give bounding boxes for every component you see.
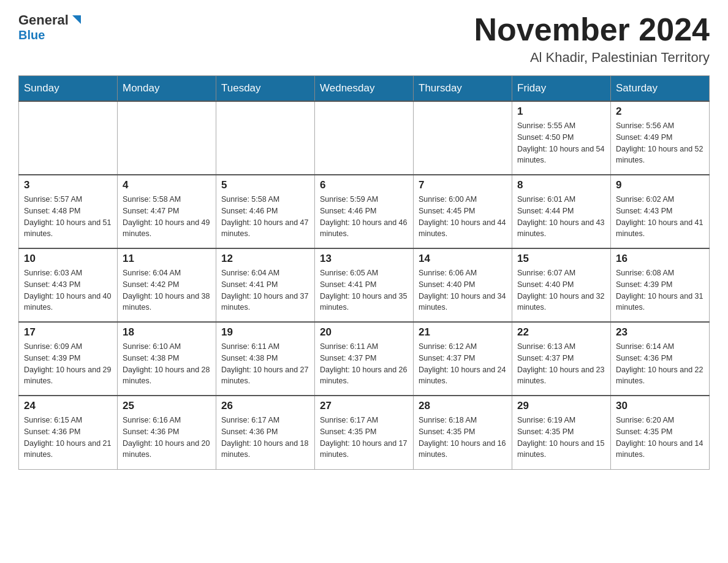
day-number: 16 xyxy=(616,253,704,265)
table-cell: 9Sunrise: 6:02 AM Sunset: 4:43 PM Daylig… xyxy=(611,175,710,248)
table-cell: 24Sunrise: 6:15 AM Sunset: 4:36 PM Dayli… xyxy=(19,396,118,469)
day-info: Sunrise: 5:55 AM Sunset: 4:50 PM Dayligh… xyxy=(517,120,605,166)
day-number: 22 xyxy=(517,326,605,339)
table-cell: 17Sunrise: 6:09 AM Sunset: 4:39 PM Dayli… xyxy=(19,322,118,396)
day-info: Sunrise: 6:09 AM Sunset: 4:39 PM Dayligh… xyxy=(24,341,112,387)
day-number: 5 xyxy=(221,179,309,191)
logo-blue-text: Blue xyxy=(18,28,45,42)
day-info: Sunrise: 6:16 AM Sunset: 4:36 PM Dayligh… xyxy=(123,415,211,461)
day-number: 20 xyxy=(320,326,408,339)
title-block: November 2024 Al Khadir, Palestinian Ter… xyxy=(474,12,710,66)
week-row-4: 17Sunrise: 6:09 AM Sunset: 4:39 PM Dayli… xyxy=(19,322,710,396)
day-info: Sunrise: 5:58 AM Sunset: 4:47 PM Dayligh… xyxy=(123,194,211,240)
day-number: 12 xyxy=(221,253,309,265)
day-number: 19 xyxy=(221,326,309,339)
day-info: Sunrise: 6:00 AM Sunset: 4:45 PM Dayligh… xyxy=(419,194,507,240)
table-cell: 13Sunrise: 6:05 AM Sunset: 4:41 PM Dayli… xyxy=(315,248,414,322)
day-info: Sunrise: 6:12 AM Sunset: 4:37 PM Dayligh… xyxy=(419,341,507,387)
day-info: Sunrise: 6:03 AM Sunset: 4:43 PM Dayligh… xyxy=(24,267,112,313)
day-number: 8 xyxy=(517,179,605,191)
day-info: Sunrise: 6:05 AM Sunset: 4:41 PM Dayligh… xyxy=(320,267,408,313)
day-number: 18 xyxy=(123,326,211,339)
day-number: 24 xyxy=(24,400,112,412)
day-number: 23 xyxy=(616,326,704,339)
day-number: 15 xyxy=(517,253,605,265)
table-cell: 27Sunrise: 6:17 AM Sunset: 4:35 PM Dayli… xyxy=(315,396,414,469)
calendar-header-row: Sunday Monday Tuesday Wednesday Thursday… xyxy=(19,76,710,102)
table-cell: 18Sunrise: 6:10 AM Sunset: 4:38 PM Dayli… xyxy=(118,322,216,396)
table-cell: 12Sunrise: 6:04 AM Sunset: 4:41 PM Dayli… xyxy=(216,248,315,322)
day-number: 1 xyxy=(517,105,605,118)
table-cell: 16Sunrise: 6:08 AM Sunset: 4:39 PM Dayli… xyxy=(611,248,710,322)
table-cell: 11Sunrise: 6:04 AM Sunset: 4:42 PM Dayli… xyxy=(118,248,216,322)
day-number: 25 xyxy=(123,400,211,412)
table-cell: 7Sunrise: 6:00 AM Sunset: 4:45 PM Daylig… xyxy=(414,175,512,248)
day-number: 2 xyxy=(616,105,704,118)
day-info: Sunrise: 5:56 AM Sunset: 4:49 PM Dayligh… xyxy=(616,120,704,166)
table-cell: 4Sunrise: 5:58 AM Sunset: 4:47 PM Daylig… xyxy=(118,175,216,248)
page-header: General Blue November 2024 Al Khadir, Pa… xyxy=(18,12,710,66)
table-cell: 26Sunrise: 6:17 AM Sunset: 4:36 PM Dayli… xyxy=(216,396,315,469)
day-number: 14 xyxy=(419,253,507,265)
table-cell: 28Sunrise: 6:18 AM Sunset: 4:35 PM Dayli… xyxy=(414,396,512,469)
day-number: 28 xyxy=(419,400,507,412)
week-row-3: 10Sunrise: 6:03 AM Sunset: 4:43 PM Dayli… xyxy=(19,248,710,322)
table-cell: 2Sunrise: 5:56 AM Sunset: 4:49 PM Daylig… xyxy=(611,101,710,175)
col-tuesday: Tuesday xyxy=(216,76,315,102)
day-info: Sunrise: 6:02 AM Sunset: 4:43 PM Dayligh… xyxy=(616,194,704,240)
day-number: 17 xyxy=(24,326,112,339)
day-number: 29 xyxy=(517,400,605,412)
col-sunday: Sunday xyxy=(19,76,118,102)
day-number: 21 xyxy=(419,326,507,339)
day-number: 4 xyxy=(123,179,211,191)
calendar-title: November 2024 xyxy=(474,12,710,47)
day-info: Sunrise: 6:04 AM Sunset: 4:42 PM Dayligh… xyxy=(123,267,211,313)
day-info: Sunrise: 6:10 AM Sunset: 4:38 PM Dayligh… xyxy=(123,341,211,387)
calendar-table: Sunday Monday Tuesday Wednesday Thursday… xyxy=(18,75,710,470)
day-info: Sunrise: 6:07 AM Sunset: 4:40 PM Dayligh… xyxy=(517,267,605,313)
table-cell: 30Sunrise: 6:20 AM Sunset: 4:35 PM Dayli… xyxy=(611,396,710,469)
day-info: Sunrise: 6:14 AM Sunset: 4:36 PM Dayligh… xyxy=(616,341,704,387)
table-cell: 8Sunrise: 6:01 AM Sunset: 4:44 PM Daylig… xyxy=(512,175,611,248)
table-cell: 23Sunrise: 6:14 AM Sunset: 4:36 PM Dayli… xyxy=(611,322,710,396)
day-number: 9 xyxy=(616,179,704,191)
table-cell xyxy=(19,101,118,175)
table-cell: 5Sunrise: 5:58 AM Sunset: 4:46 PM Daylig… xyxy=(216,175,315,248)
day-info: Sunrise: 6:18 AM Sunset: 4:35 PM Dayligh… xyxy=(419,415,507,461)
svg-marker-0 xyxy=(72,15,81,24)
table-cell: 10Sunrise: 6:03 AM Sunset: 4:43 PM Dayli… xyxy=(19,248,118,322)
week-row-2: 3Sunrise: 5:57 AM Sunset: 4:48 PM Daylig… xyxy=(19,175,710,248)
week-row-1: 1Sunrise: 5:55 AM Sunset: 4:50 PM Daylig… xyxy=(19,101,710,175)
calendar-subtitle: Al Khadir, Palestinian Territory xyxy=(474,50,710,66)
day-info: Sunrise: 5:57 AM Sunset: 4:48 PM Dayligh… xyxy=(24,194,112,240)
week-row-5: 24Sunrise: 6:15 AM Sunset: 4:36 PM Dayli… xyxy=(19,396,710,469)
table-cell: 21Sunrise: 6:12 AM Sunset: 4:37 PM Dayli… xyxy=(414,322,512,396)
day-info: Sunrise: 5:58 AM Sunset: 4:46 PM Dayligh… xyxy=(221,194,309,240)
day-info: Sunrise: 6:17 AM Sunset: 4:36 PM Dayligh… xyxy=(221,415,309,461)
table-cell: 20Sunrise: 6:11 AM Sunset: 4:37 PM Dayli… xyxy=(315,322,414,396)
day-number: 11 xyxy=(123,253,211,265)
day-info: Sunrise: 6:01 AM Sunset: 4:44 PM Dayligh… xyxy=(517,194,605,240)
day-number: 10 xyxy=(24,253,112,265)
table-cell xyxy=(118,101,216,175)
logo: General Blue xyxy=(18,12,83,42)
day-info: Sunrise: 6:17 AM Sunset: 4:35 PM Dayligh… xyxy=(320,415,408,461)
day-number: 6 xyxy=(320,179,408,191)
day-info: Sunrise: 6:11 AM Sunset: 4:37 PM Dayligh… xyxy=(320,341,408,387)
table-cell: 14Sunrise: 6:06 AM Sunset: 4:40 PM Dayli… xyxy=(414,248,512,322)
table-cell: 6Sunrise: 5:59 AM Sunset: 4:46 PM Daylig… xyxy=(315,175,414,248)
day-number: 7 xyxy=(419,179,507,191)
col-thursday: Thursday xyxy=(414,76,512,102)
day-number: 30 xyxy=(616,400,704,412)
day-number: 3 xyxy=(24,179,112,191)
col-wednesday: Wednesday xyxy=(315,76,414,102)
table-cell: 19Sunrise: 6:11 AM Sunset: 4:38 PM Dayli… xyxy=(216,322,315,396)
table-cell: 29Sunrise: 6:19 AM Sunset: 4:35 PM Dayli… xyxy=(512,396,611,469)
table-cell xyxy=(414,101,512,175)
table-cell xyxy=(315,101,414,175)
col-monday: Monday xyxy=(118,76,216,102)
table-cell: 25Sunrise: 6:16 AM Sunset: 4:36 PM Dayli… xyxy=(118,396,216,469)
table-cell: 3Sunrise: 5:57 AM Sunset: 4:48 PM Daylig… xyxy=(19,175,118,248)
day-info: Sunrise: 5:59 AM Sunset: 4:46 PM Dayligh… xyxy=(320,194,408,240)
day-info: Sunrise: 6:19 AM Sunset: 4:35 PM Dayligh… xyxy=(517,415,605,461)
